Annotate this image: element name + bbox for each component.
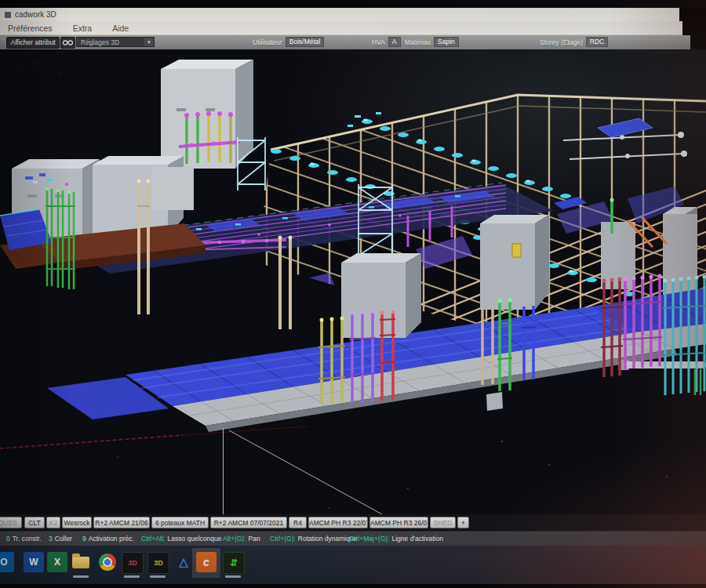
window-titlebar: cadwork 3D — [0, 8, 679, 21]
tab-amcm-ph-r3-2207[interactable]: AMCM PH R3 22/07 — [308, 517, 368, 528]
tab-ques[interactable]: QUES — [0, 517, 22, 528]
status-pan: Alt+(G):Pan — [223, 535, 260, 543]
taskbar-icon-chrome[interactable] — [97, 552, 118, 572]
taskbar-icon-cadwork-start[interactable]: c — [196, 552, 217, 572]
tab-r2-amcm-07072021[interactable]: R+2 AMCM 07/07/2021 — [210, 517, 287, 528]
add-tab-button[interactable]: + — [457, 517, 469, 528]
window-title: cadwork 3D — [15, 10, 56, 19]
monitor-bezel-bottom — [0, 584, 706, 588]
taskbar-icon-excel[interactable]: X — [47, 552, 67, 572]
monitor-photo: cadwork 3D Préférences Extra Aide Affich… — [0, 0, 706, 588]
status-tr-constr: 0Tr. constr. — [6, 535, 42, 543]
monitor-bezel-top — [0, 0, 706, 8]
afficher-attribut-button[interactable]: Afficher attribut — [6, 37, 60, 49]
open-indicator — [225, 575, 241, 578]
status-activation-prec: 9Activation préc. — [82, 535, 134, 543]
hva-value[interactable]: A — [388, 37, 401, 47]
field-storey: Storey (Etage) RDC — [540, 37, 608, 47]
toolbar: Afficher attribut Réglages 3D ▼ Utilisat… — [0, 35, 690, 49]
menu-extra[interactable]: Extra — [73, 24, 93, 33]
tab-clt[interactable]: CLT — [24, 517, 45, 528]
reglages-3d-dropdown[interactable]: Réglages 3D ▼ — [76, 37, 155, 47]
status-bar: 0Tr. constr. 3Coller 9Activation préc. C… — [0, 531, 706, 546]
field-hva: HVA A — [372, 37, 401, 47]
taskbar-icon-cadwork-2d[interactable]: 3D — [147, 552, 169, 574]
open-indicator — [73, 575, 89, 578]
tab-k2[interactable]: K2 — [46, 517, 60, 528]
field-materiau: Matériau Sapin — [405, 37, 459, 47]
status-rotation: Ctrl+(G):Rotation dynamique — [270, 535, 357, 543]
axis-line-red — [0, 426, 308, 448]
taskbar-icon-anydesk[interactable]: △ — [173, 552, 194, 572]
open-indicator — [150, 575, 166, 578]
document-tab-bar: QUES CLT K2 Wesrock R+2 AMCM 21/06 6 pot… — [0, 514, 706, 531]
guide-lines — [224, 428, 383, 514]
windows-taskbar: O W X 3D 3D △ c ⇵ — [0, 546, 706, 584]
status-lasso: Ctrl+Alt:Lasso quelconque — [141, 535, 221, 543]
open-indicator — [124, 575, 140, 578]
taskbar-icon-updater[interactable]: ⇵ — [223, 552, 245, 574]
materiau-value[interactable]: Sapin — [434, 37, 459, 47]
tab-6-poteaux-math[interactable]: 6 poteaux MATH — [151, 517, 209, 528]
taskbar-icon-word[interactable]: W — [24, 552, 44, 572]
3d-viewport[interactable] — [0, 49, 706, 514]
taskbar-icon-file-explorer[interactable] — [71, 552, 91, 572]
tab-shed[interactable]: SHED — [430, 517, 456, 528]
tab-wesrock[interactable]: Wesrock — [62, 517, 92, 528]
menu-preferences[interactable]: Préférences — [8, 24, 53, 33]
app-icon — [5, 12, 11, 18]
chrome-icon — [99, 554, 116, 571]
tab-r4[interactable]: R4 — [289, 517, 307, 528]
glasses-icon[interactable] — [60, 37, 75, 49]
tab-amcm-ph-r3-2607[interactable]: AMCM PH R3 26/07 — [369, 517, 428, 528]
utilisateur-value[interactable]: Bois/Métal — [286, 37, 325, 47]
folder-icon — [72, 557, 89, 568]
field-utilisateur: Utilisateur Bois/Métal — [253, 37, 324, 47]
status-ligne-activation: Ctrl+Maj+(G):Ligne d'activation — [349, 535, 443, 543]
chevron-down-icon[interactable]: ▼ — [144, 38, 154, 46]
tab-r2-amcm-2106[interactable]: R+2 AMCM 21/06 — [93, 517, 150, 528]
menu-aide[interactable]: Aide — [112, 24, 129, 33]
taskbar-icon-cadwork-3d[interactable]: 3D — [122, 552, 144, 574]
taskbar-icon-outlook[interactable]: O — [0, 552, 14, 572]
menu-bar: Préférences Extra Aide — [0, 21, 682, 35]
colored-posts-upper — [179, 111, 240, 164]
status-coller: 3Coller — [49, 535, 72, 543]
storey-value[interactable]: RDC — [586, 37, 608, 47]
